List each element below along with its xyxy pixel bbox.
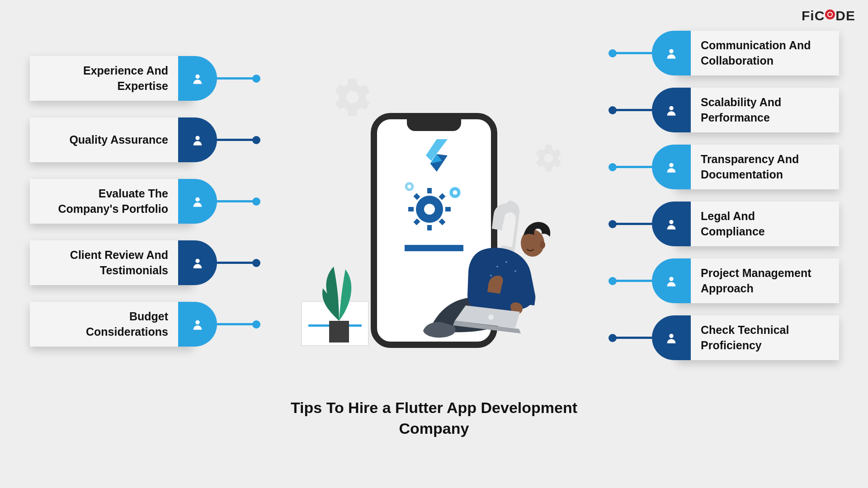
tip-connector-line [217,77,254,80]
person-icon [665,331,678,345]
center-illustration [294,113,574,357]
tip-card: Transparency And Documentation [676,145,839,189]
tip-card: Scalability And Performance [676,88,839,132]
svg-rect-19 [329,321,349,343]
svg-point-4 [195,320,199,324]
developer-illustration [411,194,592,348]
tip-connector-line [217,200,254,202]
tip-connector-dot [609,49,617,57]
tip-bubble [178,179,217,224]
tip-bubble [652,88,691,132]
person-icon [191,256,204,270]
tip-label: Evaluate The Company's Portfolio [51,186,168,217]
tip-label: Client Review And Testimonials [51,248,168,278]
svg-point-22 [514,270,516,272]
tip-scalability-performance: Scalability And Performance [581,88,839,132]
tip-bubble [652,145,691,189]
tip-connector-dot [252,259,260,267]
person-icon [665,274,678,288]
tip-label: Experience And Expertise [51,63,168,94]
svg-point-10 [669,333,673,338]
tip-transparency-documentation: Transparency And Documentation [581,145,839,189]
svg-point-21 [505,261,507,263]
tip-label: Scalability And Performance [701,95,818,126]
person-icon [191,194,204,209]
svg-point-0 [195,74,199,78]
tip-label: Communication And Collaboration [701,38,818,69]
tip-connector-dot [252,197,260,206]
tip-card: Client Review And Testimonials [30,240,193,285]
person-icon [665,46,678,61]
svg-point-3 [195,258,199,263]
tip-client-review: Client Review And Testimonials [30,240,288,285]
tip-bubble [178,302,217,347]
brand-o-icon [825,9,835,19]
person-icon [191,317,204,332]
tip-bubble [652,258,691,303]
tip-label: Budget Considerations [51,309,168,340]
person-icon [665,160,678,174]
tip-card: Evaluate The Company's Portfolio [30,179,193,224]
tip-bubble [652,31,691,75]
tip-connector-line [615,280,652,282]
tip-connector-dot [609,334,617,342]
tip-label: Legal And Compliance [701,209,818,239]
tip-card: Budget Considerations [30,302,193,347]
tip-card: Experience And Expertise [30,56,193,101]
svg-point-1 [195,136,199,140]
tip-legal-compliance: Legal And Compliance [581,202,839,246]
tip-card: Quality Assurance [30,117,193,162]
tip-connector-dot [609,163,617,171]
tip-connector-line [217,139,254,141]
tip-bubble [178,56,217,101]
tip-project-management: Project Management Approach [581,258,839,303]
person-icon [665,103,678,117]
tip-card: Communication And Collaboration [676,31,839,75]
tip-communication-collaboration: Communication And Collaboration [581,31,839,75]
tip-card: Legal And Compliance [676,202,839,246]
flutter-logo-icon [420,139,448,172]
tip-bubble [178,240,217,285]
tip-connector-dot [609,277,617,285]
tip-card: Check Technical Proficiency [676,315,839,360]
main-title: Tips To Hire a Flutter App Development C… [289,398,579,439]
tip-label: Check Technical Proficiency [701,323,818,353]
svg-point-7 [669,163,673,167]
tip-connector-line [615,52,652,54]
svg-point-9 [669,277,673,281]
tip-label: Transparency And Documentation [701,152,818,183]
svg-point-6 [669,106,673,110]
tip-connector-line [217,262,254,264]
brand-text-b: DE [835,8,855,23]
svg-point-2 [195,197,199,201]
svg-point-5 [669,49,673,53]
brand-text-a: FiC [802,8,825,23]
brand-logo: FiCDE [802,8,855,23]
tip-connector-dot [252,75,260,83]
tip-experience-expertise: Experience And Expertise [30,56,288,101]
person-icon [191,71,204,86]
tip-connector-line [615,337,652,339]
svg-point-25 [490,275,492,277]
tip-connector-dot [609,106,617,114]
tip-technical-proficiency: Check Technical Proficiency [581,315,839,360]
tip-connector-dot [252,320,260,328]
svg-point-20 [496,266,498,267]
svg-point-28 [540,241,545,249]
tip-connector-line [615,223,652,225]
tip-label: Project Management Approach [701,266,818,296]
tip-connector-dot [252,136,260,144]
person-icon [665,217,678,231]
tip-connector-line [615,166,652,168]
tip-bubble [652,315,691,360]
tip-connector-line [615,109,652,111]
tip-bubble [652,202,691,246]
plant-illustration [312,253,362,343]
tip-budget-considerations: Budget Considerations [30,302,288,347]
tip-connector-line [217,323,254,325]
tips-left-column: Experience And Expertise Quality Assuran… [30,56,288,347]
tip-card: Project Management Approach [676,258,839,303]
tip-bubble [178,117,217,162]
svg-point-8 [669,220,673,224]
tip-quality-assurance: Quality Assurance [30,117,288,162]
